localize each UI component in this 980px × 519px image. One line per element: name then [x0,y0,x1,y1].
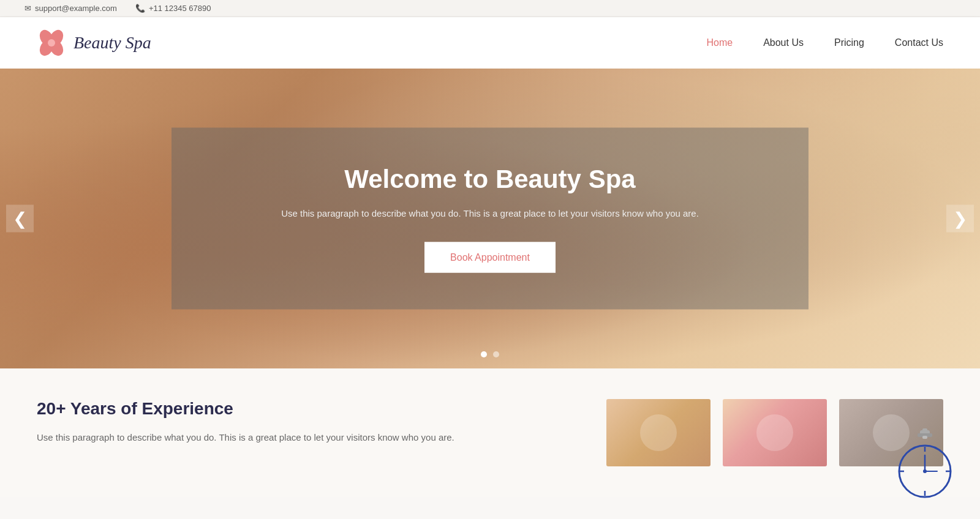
nav-home[interactable]: Home [706,37,733,48]
main-nav: Home About Us Pricing Contact Us [706,37,943,48]
book-appointment-button[interactable]: Book Appointment [424,242,556,273]
logo: Beauty Spa [37,28,151,58]
nav-pricing[interactable]: Pricing [834,37,864,48]
email-icon: ✉ [24,4,31,13]
hero-title: Welcome to Beauty Spa [221,165,760,194]
svg-point-15 [923,469,927,473]
bottom-title: 20+ Years of Experience [37,399,557,419]
phone-icon: 📞 [135,4,145,13]
logo-text: Beauty Spa [74,33,151,53]
svg-rect-7 [922,428,927,432]
gallery-thumb-1 [606,399,710,466]
hero-subtitle: Use this paragraph to describe what you … [221,206,760,221]
bottom-text-block: 20+ Years of Experience Use this paragra… [37,399,557,446]
header: Beauty Spa Home About Us Pricing Contact… [0,17,980,69]
clock-widget [888,427,962,497]
svg-rect-16 [922,436,927,439]
slider-dot-2[interactable] [493,351,499,357]
svg-point-4 [48,39,55,47]
hero-overlay: Welcome to Beauty Spa Use this paragraph… [172,128,809,310]
hero-section: Welcome to Beauty Spa Use this paragraph… [0,69,980,368]
gallery-thumb-2 [723,399,827,466]
slider-dot-1[interactable] [481,351,487,357]
nav-contact[interactable]: Contact Us [895,37,943,48]
slider-dots [481,351,499,357]
email-item: ✉ support@example.com [24,4,117,13]
slider-prev-button[interactable]: ❮ [6,205,34,233]
top-bar: ✉ support@example.com 📞 +11 12345 67890 [0,0,980,17]
logo-flower-icon [37,28,66,58]
nav-about[interactable]: About Us [763,37,804,48]
bottom-description: Use this paragraph to describe what you … [37,430,557,446]
slider-next-button[interactable]: ❯ [946,205,974,233]
phone-text: +11 12345 67890 [149,4,211,13]
phone-item: 📞 +11 12345 67890 [135,4,211,13]
clock-icon [888,427,962,497]
bottom-section: 20+ Years of Experience Use this paragra… [0,368,980,497]
email-text: support@example.com [35,4,117,13]
